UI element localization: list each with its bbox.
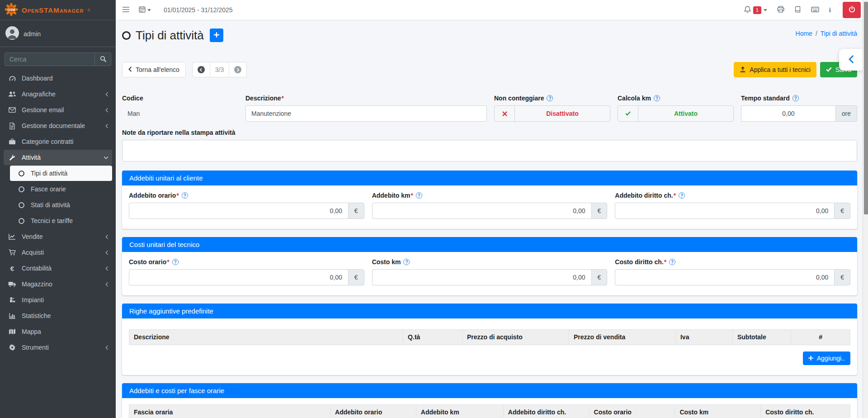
document-icon [7,123,17,129]
sidebar-item-stati-di-attivita[interactable]: Stati di attività [10,197,112,213]
sidebar-item-label: Gestione documentale [22,122,85,129]
sidebar-item-label: Statistiche [22,312,51,319]
sidebar-item-magazzino[interactable]: Magazzino [4,276,112,292]
gauge-icon [7,75,17,82]
notifications-button[interactable]: 1 [744,6,767,14]
back-to-list-button[interactable]: Torna all'elenco [122,62,186,77]
x-icon [495,106,515,121]
righe-col-qta: Q.tà [403,330,462,345]
book-icon [794,7,801,14]
tempo-standard-field: Tempo standard ore [741,95,857,122]
addebito-diritto-input[interactable] [615,203,834,219]
previous-record-button[interactable] [193,62,210,77]
shortcuts-button[interactable] [811,6,819,14]
add-record-button[interactable] [210,28,223,42]
calendar-dropdown-button[interactable] [139,6,151,14]
brand-link[interactable]: OSM OpenSTAManager ® [0,0,116,20]
sidebar-item-dashboard[interactable]: Dashboard [4,71,112,86]
hamburger-menu-icon[interactable] [122,6,130,14]
add-row-button[interactable]: Aggiungi.. [803,352,850,365]
calcola-km-toggle[interactable]: Attivato [618,105,734,122]
docs-button[interactable] [794,6,801,14]
tempo-standard-input[interactable] [741,105,835,122]
record-pager: 3/3 [192,62,247,77]
info-button[interactable]: i [829,6,831,14]
sidebar-item-strumenti[interactable]: Strumenti [4,340,112,355]
chevron-left-icon [105,234,108,239]
next-record-button[interactable] [229,62,246,77]
date-range[interactable]: 01/01/2025 - 31/12/2025 [164,6,233,14]
sidebar-item-label: Magazzino [22,280,52,288]
non-conteggiare-toggle[interactable]: Disattivato [494,105,610,122]
sidebar-item-fasce-orarie[interactable]: Fasce orarie [10,181,112,197]
euro-suffix: € [834,203,850,219]
calcola-km-state: Attivato [638,106,733,121]
info-icon: i [829,6,831,14]
addebito-orario-input[interactable] [129,203,348,219]
sidebar-item-label: Categorie contratti [22,138,73,145]
addebiti-card: Addebiti unitari al cliente Addebito ora… [122,171,857,229]
sidebar-item-statistiche[interactable]: Statistiche [4,308,112,323]
fasce-card-title: Addebiti e costi per fasce orarie [122,383,857,398]
bell-icon [744,6,751,14]
sidebar-item-attivita[interactable]: Attività [4,150,112,165]
sidebar-item-label: Vendite [22,233,43,240]
users-icon [7,91,17,97]
tempo-standard-label: Tempo standard [741,95,790,102]
truck-icon [7,281,17,287]
addebito-orario-label: Addebito orario [129,192,179,199]
sidebar-item-label: Stati di attività [31,201,70,209]
keyboard-icon [811,6,819,14]
scrollbar-thumb[interactable] [864,2,868,214]
sidebar-item-vendite[interactable]: Vendite [4,229,112,244]
righe-card-title: Righe aggiuntive predefinite [122,304,857,318]
logout-button[interactable] [843,2,861,18]
circle-icon [16,171,26,176]
user-panel[interactable]: admin [0,20,116,47]
sidebar-item-anagrafiche[interactable]: Anagrafiche [4,86,112,102]
euro-suffix: € [591,203,608,219]
caret-down-icon [764,9,767,11]
sidebar-item-label: Tecnici e tariffe [31,217,73,224]
sidebar-item-tecnici-e-tariffe[interactable]: Tecnici e tariffe [10,213,112,228]
addebito-km-label: Addebito km [372,192,413,199]
vertical-scrollbar[interactable] [863,0,868,418]
sidebar-item-categorie-contratti[interactable]: Categorie contratti [4,134,112,149]
costo-km-label: Costo km [372,258,401,266]
sidebar-item-contabilita[interactable]: € Contabilità [4,261,112,276]
codice-value: Man [122,105,238,117]
calendar-icon [139,6,146,14]
search-button[interactable] [95,52,111,66]
sidebar-item-impianti[interactable]: Impianti [4,292,112,308]
costo-orario-input[interactable] [129,269,348,285]
costo-km-input[interactable] [372,269,591,285]
costo-orario-field: Costo orario € [129,258,364,285]
sidebar-item-tipi-di-attivita[interactable]: Tipi di attività [10,166,112,181]
sidebar-item-gestione-documentale[interactable]: Gestione documentale [4,118,112,133]
breadcrumb-home-link[interactable]: Home [796,30,812,37]
descrizione-input[interactable] [245,105,487,122]
descrizione-label: Descrizione [245,95,284,102]
print-button[interactable] [777,6,784,14]
apply-to-all-technicians-button[interactable]: Applica a tutti i tecnici [734,62,816,77]
sidebar-item-label: Anagrafiche [22,90,56,98]
side-panel-toggle[interactable] [839,49,863,71]
euro-suffix: € [348,269,364,285]
righe-col-subtotale: Subtotale [732,330,791,345]
sidebar-item-acquisti[interactable]: Acquisti [4,245,112,260]
chevron-left-icon [848,55,854,65]
descrizione-field: Descrizione [245,95,487,122]
addebiti-card-title: Addebiti unitari al cliente [122,171,857,185]
costo-diritto-input[interactable] [615,269,834,285]
sidebar-item-label: Fasce orarie [31,185,66,193]
note-textarea[interactable] [122,140,857,162]
sidebar-item-gestione-email[interactable]: Gestione email [4,102,112,118]
addebito-km-input[interactable] [372,203,591,219]
sidebar-item-mappa[interactable]: Mappa [4,324,112,339]
breadcrumb-current-link[interactable]: Tipi di attività [821,30,857,37]
chevron-left-icon [105,345,108,350]
euro-suffix: € [348,203,364,219]
righe-col-prezzo-vendita: Prezzo di vendita [569,330,675,345]
circle-icon [16,202,26,208]
search-input[interactable] [5,52,95,66]
